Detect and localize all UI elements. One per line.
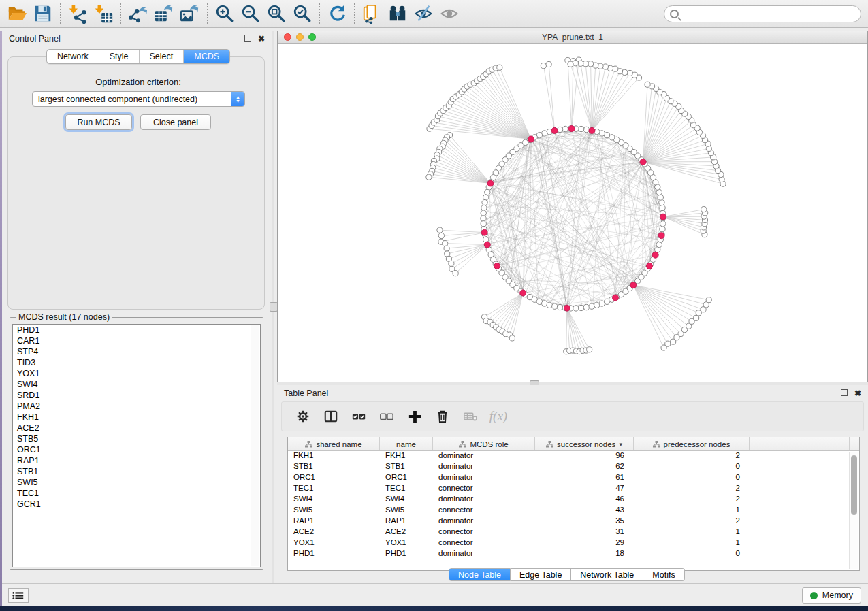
function-builder-icon: f(x): [489, 408, 507, 425]
column-header-shared-name[interactable]: shared name: [288, 437, 380, 450]
mcds-scrollbar[interactable]: [251, 325, 259, 566]
add-column-icon[interactable]: [406, 408, 423, 425]
window-maximize-icon[interactable]: [308, 33, 316, 41]
control-panel: Control Panel ✖ NetworkStyleSelectMCDS O…: [2, 31, 274, 583]
network-view-window: YPA_prune.txt_1: [277, 31, 868, 382]
status-bar: Memory: [2, 583, 868, 606]
show-all-icon[interactable]: [436, 2, 462, 25]
zoom-selected-icon[interactable]: [289, 2, 315, 25]
tab-motifs[interactable]: Motifs: [643, 568, 684, 581]
mcds-result-item[interactable]: PHD1: [13, 325, 260, 335]
table-row[interactable]: STB1STB1dominator620: [288, 462, 859, 473]
mcds-result-item[interactable]: GCR1: [13, 499, 260, 510]
table-row[interactable]: RAP1RAP1dominator352: [288, 516, 859, 527]
hide-selected-icon[interactable]: [411, 2, 436, 25]
mcds-result-item[interactable]: STB1: [13, 466, 260, 477]
tab-mcds[interactable]: MCDS: [183, 50, 229, 63]
close-panel-icon[interactable]: ✖: [258, 35, 265, 43]
deselect-all-icon[interactable]: [378, 408, 396, 425]
mcds-result-item[interactable]: SWI5: [13, 477, 260, 488]
main-toolbar: [0, 0, 868, 28]
mcds-result-item[interactable]: YOX1: [13, 368, 260, 379]
table-row[interactable]: YOX1YOX1connector291: [288, 538, 859, 549]
tab-edge-table[interactable]: Edge Table: [511, 568, 571, 581]
search-field[interactable]: [682, 10, 855, 19]
network-window-titlebar[interactable]: YPA_prune.txt_1: [278, 31, 867, 44]
cell: 43: [535, 506, 634, 516]
column-header-spare[interactable]: [750, 437, 850, 450]
network-canvas-svg[interactable]: [278, 44, 867, 382]
mcds-result-item[interactable]: SWI4: [13, 379, 260, 390]
mcds-result-box: MCDS result (17 nodes) PHD1CAR1STP4TID3Y…: [10, 317, 263, 570]
mcds-result-item[interactable]: ORC1: [13, 444, 260, 455]
table-row[interactable]: ORC1ORC1dominator610: [288, 473, 859, 484]
table-row[interactable]: PHD1PHD1dominator180: [288, 549, 859, 560]
select-all-icon[interactable]: [350, 408, 368, 425]
delete-column-icon[interactable]: [434, 408, 451, 425]
export-network-icon[interactable]: [125, 2, 151, 25]
tab-network[interactable]: Network: [47, 50, 99, 63]
panel-mode-icon[interactable]: [322, 408, 340, 425]
column-header-predecessor-nodes[interactable]: predecessor nodes: [634, 437, 750, 450]
cell: 29: [535, 538, 634, 549]
mcds-result-item[interactable]: FKH1: [13, 412, 260, 423]
export-table-icon[interactable]: [151, 2, 177, 25]
desktop-wallpaper-bottom: [0, 606, 868, 611]
tab-network-table[interactable]: Network Table: [571, 568, 643, 581]
mcds-result-item[interactable]: PMA2: [13, 401, 260, 412]
tab-node-table[interactable]: Node Table: [449, 568, 511, 581]
status-menu-button[interactable]: [8, 588, 29, 603]
column-header-MCDS-role[interactable]: MCDS role: [433, 437, 535, 450]
table-row[interactable]: ACE2ACE2connector311: [288, 527, 859, 538]
mcds-result-item[interactable]: STB5: [13, 433, 260, 444]
tab-select[interactable]: Select: [139, 50, 184, 63]
cell: 46: [535, 495, 634, 506]
float-panel-icon[interactable]: [841, 389, 848, 397]
save-session-icon[interactable]: [30, 2, 56, 25]
cell: ORC1: [288, 473, 380, 484]
table-row[interactable]: SWI5SWI5connector431: [288, 506, 859, 516]
cell: 35: [535, 516, 634, 527]
search-input[interactable]: [664, 5, 861, 22]
float-panel-icon[interactable]: [244, 35, 251, 43]
memory-button[interactable]: Memory: [802, 587, 861, 604]
close-panel-button[interactable]: Close panel: [140, 114, 211, 130]
zoom-fit-icon[interactable]: [263, 2, 289, 25]
run-mcds-button[interactable]: Run MCDS: [65, 114, 132, 130]
import-network-icon[interactable]: [65, 2, 91, 25]
close-panel-icon[interactable]: ✖: [854, 389, 861, 397]
table-scrollbar[interactable]: [849, 452, 858, 569]
mcds-result-item[interactable]: RAP1: [13, 455, 260, 466]
tab-style[interactable]: Style: [99, 50, 139, 63]
new-network-icon[interactable]: [359, 2, 385, 25]
window-minimize-icon[interactable]: [296, 33, 304, 41]
window-close-icon[interactable]: [284, 33, 291, 41]
column-header-successor-nodes[interactable]: successor nodes▾: [535, 437, 634, 450]
table-options-icon[interactable]: [294, 408, 312, 425]
first-neighbors-icon[interactable]: [385, 2, 411, 25]
mcds-result-item[interactable]: CAR1: [13, 335, 260, 346]
mcds-result-item[interactable]: TEC1: [13, 488, 260, 499]
node-table[interactable]: shared namenameMCDS rolesuccessor nodes▾…: [287, 437, 860, 571]
mcds-result-item[interactable]: SRD1: [13, 390, 260, 401]
column-header-name[interactable]: name: [380, 437, 433, 450]
cell: YOX1: [380, 538, 433, 549]
table-row[interactable]: SWI4SWI4dominator462: [288, 495, 859, 506]
table-row[interactable]: TEC1TEC1connector472: [288, 484, 859, 495]
zoom-out-icon[interactable]: [238, 2, 263, 25]
open-file-icon[interactable]: [4, 2, 30, 25]
table-scrollbar-thumb[interactable]: [851, 455, 857, 515]
export-image-icon[interactable]: [177, 2, 203, 25]
mcds-result-item[interactable]: TID3: [13, 357, 260, 368]
table-row[interactable]: FKH1FKH1dominator962: [288, 451, 859, 462]
mcds-result-list[interactable]: PHD1CAR1STP4TID3YOX1SWI4SRD1PMA2FKH1ACE2…: [12, 324, 261, 567]
optimization-select[interactable]: largest connected component (undirected)…: [32, 91, 245, 107]
refresh-icon[interactable]: [324, 2, 350, 25]
cell: STB1: [288, 462, 380, 473]
zoom-in-icon[interactable]: [212, 2, 238, 25]
mcds-result-item[interactable]: STP4: [13, 346, 260, 357]
import-table-icon[interactable]: [91, 2, 116, 25]
mcds-result-item[interactable]: ACE2: [13, 423, 260, 433]
cell: ACE2: [380, 527, 433, 538]
cell: 96: [535, 451, 634, 462]
